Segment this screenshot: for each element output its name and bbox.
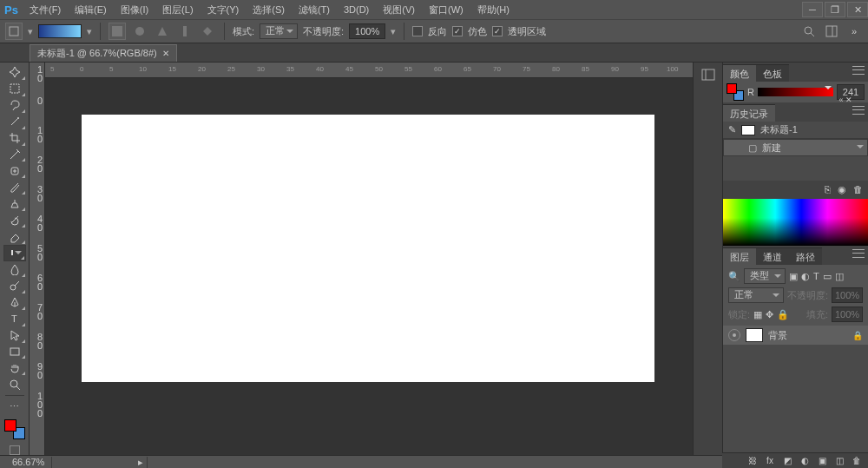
history-snapshot-row[interactable]: ✎ 未标题-1 xyxy=(723,122,868,139)
brush-tool[interactable] xyxy=(3,179,26,195)
gradient-linear-icon[interactable] xyxy=(108,23,126,40)
path-selection-tool[interactable] xyxy=(3,327,26,344)
layer-fill-input[interactable]: 100% xyxy=(832,307,863,322)
gradient-radial-icon[interactable] xyxy=(131,23,148,40)
gradient-diamond-icon[interactable] xyxy=(199,23,216,40)
healing-brush-tool[interactable] xyxy=(3,162,26,179)
lock-all-icon[interactable]: 🔒 xyxy=(777,309,789,320)
window-maximize-button[interactable]: ❐ xyxy=(825,2,845,17)
panel-menu-icon[interactable] xyxy=(852,66,865,75)
clone-stamp-tool[interactable] xyxy=(3,195,26,212)
status-info[interactable]: ▸ xyxy=(52,457,148,468)
menu-select[interactable]: 选择(S) xyxy=(246,0,292,19)
dock-collapse-icon[interactable] xyxy=(697,64,720,85)
lock-icon[interactable]: 🔒 xyxy=(852,331,863,340)
zoom-tool[interactable] xyxy=(3,376,26,392)
filter-type-icon[interactable]: T xyxy=(813,271,819,281)
workspace-switcher-icon[interactable] xyxy=(823,23,840,40)
blur-tool[interactable] xyxy=(3,261,26,278)
delete-layer-icon[interactable]: 🗑 xyxy=(851,455,863,467)
link-layers-icon[interactable]: ⛓ xyxy=(746,455,759,467)
type-tool[interactable]: T xyxy=(3,311,26,327)
new-layer-icon[interactable]: ◫ xyxy=(833,455,845,467)
zoom-level[interactable]: 66.67% xyxy=(5,457,52,468)
eyedropper-tool[interactable] xyxy=(3,147,26,163)
move-tool[interactable] xyxy=(3,64,26,81)
menu-view[interactable]: 视图(V) xyxy=(376,0,422,19)
window-close-button[interactable]: ✕ xyxy=(847,2,868,17)
layer-thumbnail[interactable] xyxy=(746,328,763,342)
shape-tool[interactable] xyxy=(3,344,26,360)
window-minimize-button[interactable]: ─ xyxy=(802,2,823,17)
layer-blend-select[interactable]: 正常 xyxy=(728,287,784,303)
panel-tab-channels[interactable]: 通道 xyxy=(756,247,789,265)
panel-tab-layers[interactable]: 图层 xyxy=(723,247,756,265)
pen-tool[interactable] xyxy=(3,294,26,311)
trash-icon[interactable]: 🗑 xyxy=(853,184,863,195)
color-spectrum[interactable] xyxy=(723,199,868,246)
search-icon[interactable] xyxy=(800,23,818,40)
lock-pixels-icon[interactable]: ▦ xyxy=(753,309,762,320)
menu-help[interactable]: 帮助(H) xyxy=(470,0,516,19)
foreground-color-swatch[interactable] xyxy=(4,419,16,432)
menu-filter[interactable]: 滤镜(T) xyxy=(292,0,337,19)
panel-tab-paths[interactable]: 路径 xyxy=(789,247,822,265)
menu-file[interactable]: 文件(F) xyxy=(23,0,68,19)
history-step-row[interactable]: ▢ 新建 xyxy=(723,139,868,156)
expand-dock-icon[interactable]: » xyxy=(845,23,863,40)
menu-image[interactable]: 图像(I) xyxy=(114,0,155,19)
filter-image-icon[interactable]: ▣ xyxy=(789,271,798,282)
filter-adjust-icon[interactable]: ◐ xyxy=(801,271,810,282)
color-slider[interactable] xyxy=(758,88,833,96)
filter-smart-icon[interactable]: ◫ xyxy=(835,271,844,282)
hand-tool[interactable] xyxy=(3,359,26,376)
menu-edit[interactable]: 编辑(E) xyxy=(68,0,114,19)
create-document-icon[interactable]: ⎘ xyxy=(825,184,831,195)
gradient-preview[interactable] xyxy=(38,24,82,38)
blend-mode-select[interactable]: 正常 xyxy=(260,23,298,39)
marquee-tool[interactable] xyxy=(3,81,26,97)
document-tab[interactable]: 未标题-1 @ 66.7%(RGB/8#) ✕ xyxy=(30,44,177,62)
magic-wand-tool[interactable] xyxy=(3,114,26,130)
close-tab-icon[interactable]: ✕ xyxy=(162,49,169,58)
canvas-area[interactable]: 5 0 5 10 15 20 25 30 35 40 45 50 55 60 6… xyxy=(45,63,693,455)
reverse-checkbox[interactable] xyxy=(412,26,423,36)
panel-tab-swatches[interactable]: 色板 xyxy=(756,64,789,82)
tool-preset-picker[interactable] xyxy=(5,23,23,40)
lock-position-icon[interactable]: ✥ xyxy=(766,309,773,320)
dither-checkbox[interactable] xyxy=(452,26,463,36)
camera-icon[interactable]: ◉ xyxy=(838,184,846,195)
lasso-tool[interactable] xyxy=(3,97,26,114)
eraser-tool[interactable] xyxy=(3,228,26,245)
menu-layer[interactable]: 图层(L) xyxy=(155,0,200,19)
gradient-tool[interactable] xyxy=(3,245,26,261)
adjustment-layer-icon[interactable]: ◐ xyxy=(799,455,811,467)
gradient-angle-icon[interactable] xyxy=(154,23,171,40)
opacity-input[interactable]: 100% xyxy=(349,23,385,39)
history-brush-tool[interactable] xyxy=(3,212,26,228)
layer-opacity-input[interactable]: 100% xyxy=(832,287,863,303)
visibility-toggle-icon[interactable] xyxy=(728,329,740,341)
panel-menu-icon[interactable] xyxy=(852,106,865,115)
gradient-reflected-icon[interactable] xyxy=(176,23,194,40)
color-swatches[interactable] xyxy=(3,419,26,440)
menu-3d[interactable]: 3D(D) xyxy=(337,0,376,19)
layer-filter-select[interactable]: 类型 xyxy=(744,268,786,284)
search-icon[interactable]: 🔍 xyxy=(728,271,740,282)
edit-toolbar-icon[interactable]: ⋯ xyxy=(3,399,26,415)
panel-tab-color[interactable]: 颜色 xyxy=(723,64,756,82)
panel-menu-icon[interactable] xyxy=(852,249,865,258)
layer-fx-icon[interactable]: fx xyxy=(764,455,776,467)
crop-tool[interactable] xyxy=(3,130,26,147)
document-canvas[interactable] xyxy=(82,115,654,382)
filter-shape-icon[interactable]: ▭ xyxy=(823,271,832,282)
menu-type[interactable]: 文字(Y) xyxy=(201,0,247,19)
layer-row[interactable]: 背景 🔒 xyxy=(723,326,868,345)
transparency-checkbox[interactable] xyxy=(492,26,503,36)
layer-name[interactable]: 背景 xyxy=(768,329,787,342)
layer-mask-icon[interactable]: ◩ xyxy=(781,455,793,467)
group-icon[interactable]: ▣ xyxy=(816,455,828,467)
panel-color-swatches[interactable] xyxy=(727,83,744,101)
collapse-panel-icon[interactable]: « ✕ xyxy=(838,96,852,104)
panel-tab-history[interactable]: 历史记录 xyxy=(723,104,775,122)
